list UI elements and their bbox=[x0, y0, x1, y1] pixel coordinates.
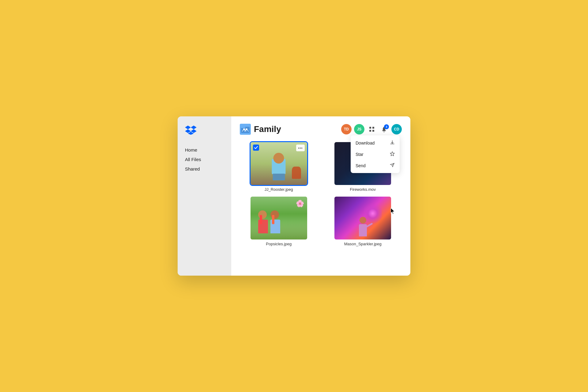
main-content: Family TD JS bbox=[231, 116, 410, 276]
dot bbox=[300, 148, 301, 149]
nav-list: Home All Files Shared bbox=[185, 146, 224, 173]
file-item-popsicles[interactable]: 🌸 Popsicles.jpeg bbox=[240, 197, 318, 246]
dot bbox=[301, 148, 302, 149]
context-menu-send-label: Send bbox=[356, 163, 386, 168]
folder-icon bbox=[240, 124, 251, 135]
context-menu-download-label: Download bbox=[356, 141, 386, 145]
file-checkbox-jj-rooster[interactable] bbox=[253, 145, 259, 151]
page-title: Family bbox=[254, 124, 281, 134]
logo-area bbox=[185, 125, 224, 136]
file-thumbnail-popsicles: 🌸 bbox=[251, 197, 307, 239]
file-thumbnail-mason-sparkler bbox=[334, 197, 391, 239]
svg-rect-7 bbox=[369, 130, 371, 132]
context-menu-download[interactable]: Download bbox=[351, 137, 400, 149]
header-left: Family bbox=[240, 124, 281, 135]
context-menu-send[interactable]: Send bbox=[351, 160, 400, 171]
svg-rect-8 bbox=[372, 130, 374, 132]
svg-rect-5 bbox=[369, 127, 371, 129]
file-name-mason-sparkler: Mason_Sparkler.jpeg bbox=[344, 242, 382, 246]
file-name-popsicles: Popsicles.jpeg bbox=[266, 242, 292, 246]
more-options-button-jj-rooster[interactable] bbox=[296, 145, 305, 151]
app-window: Home All Files Shared Family bbox=[178, 116, 410, 276]
star-icon bbox=[390, 151, 395, 157]
send-icon bbox=[390, 163, 395, 168]
avatar-td[interactable]: TD bbox=[341, 124, 352, 134]
svg-rect-2 bbox=[241, 126, 245, 128]
header-right: TD JS 3 bbox=[341, 124, 402, 134]
avatar-cd[interactable]: CD bbox=[391, 124, 402, 134]
context-menu-star-label: Star bbox=[356, 152, 386, 157]
svg-rect-6 bbox=[372, 127, 374, 129]
context-menu-star[interactable]: Star bbox=[351, 149, 400, 160]
checkmark-icon bbox=[254, 146, 258, 149]
file-item-jj-rooster[interactable]: JJ_Rooster.jpeg bbox=[240, 142, 318, 192]
sidebar-item-shared[interactable]: Shared bbox=[185, 165, 224, 173]
file-thumbnail-jj-rooster bbox=[251, 142, 307, 185]
avatar-js[interactable]: JS bbox=[354, 124, 364, 134]
sidebar-item-home[interactable]: Home bbox=[185, 146, 224, 154]
sidebar-item-all-files[interactable]: All Files bbox=[185, 155, 224, 164]
file-name-jj-rooster: JJ_Rooster.jpeg bbox=[265, 187, 293, 192]
notification-badge: 3 bbox=[384, 124, 389, 129]
sidebar: Home All Files Shared bbox=[178, 116, 231, 276]
context-menu: Download Star Send bbox=[351, 135, 400, 173]
grid-view-button[interactable] bbox=[367, 124, 377, 134]
file-name-fireworks: Fireworks.mov bbox=[350, 187, 376, 192]
dot bbox=[298, 148, 299, 149]
notifications-button[interactable]: 3 bbox=[379, 124, 389, 134]
file-item-mason-sparkler[interactable]: Mason_Sparkler.jpeg bbox=[324, 197, 402, 246]
download-icon bbox=[390, 140, 395, 146]
dropbox-logo bbox=[185, 125, 197, 135]
header: Family TD JS bbox=[240, 124, 402, 135]
grid-icon bbox=[369, 126, 375, 132]
